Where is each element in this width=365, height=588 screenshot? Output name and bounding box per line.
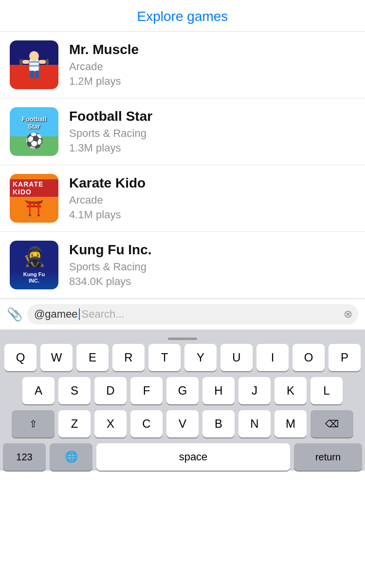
key-i[interactable]: I: [256, 344, 289, 371]
key-w[interactable]: W: [40, 344, 73, 371]
key-l[interactable]: L: [310, 377, 343, 404]
svg-rect-9: [30, 71, 34, 78]
key-g[interactable]: G: [166, 377, 199, 404]
key-123[interactable]: 123: [3, 443, 46, 471]
key-return[interactable]: return: [294, 443, 362, 471]
key-s[interactable]: S: [58, 377, 91, 404]
game-item-kung-fu-inc[interactable]: 🥷 Kung FuINC. Kung Fu Inc. Sports & Raci…: [0, 232, 365, 299]
game-item-football-star[interactable]: FootballStar ⚽ Football Star Sports & Ra…: [0, 98, 365, 165]
key-y[interactable]: Y: [184, 344, 217, 371]
game-plays-mr-muscle: 1.2M plays: [69, 75, 355, 88]
key-j[interactable]: J: [238, 377, 271, 404]
keyboard-handle: [0, 335, 365, 344]
svg-rect-8: [46, 59, 49, 65]
svg-rect-3: [29, 61, 39, 63]
clear-icon[interactable]: ⊗: [344, 308, 352, 321]
game-info-karate-kido: Karate Kido Arcade 4.1M plays: [69, 175, 355, 221]
game-plays-football-star: 1.3M plays: [69, 142, 355, 154]
game-title-kung-fu-inc: Kung Fu Inc.: [69, 242, 355, 258]
key-n[interactable]: N: [238, 410, 271, 437]
text-cursor: [79, 308, 80, 320]
game-thumb-karate-kido: KARATE KIDO ⛩️: [10, 174, 58, 223]
key-q[interactable]: Q: [4, 344, 36, 371]
key-v[interactable]: V: [166, 410, 199, 437]
key-u[interactable]: U: [220, 344, 253, 371]
svg-rect-4: [29, 65, 39, 67]
key-b[interactable]: B: [202, 410, 235, 437]
key-r[interactable]: R: [112, 344, 145, 371]
football-star-art: FootballStar ⚽: [10, 107, 58, 156]
key-shift[interactable]: ⇧: [12, 410, 55, 437]
keyboard-row-4: 123 🌐 space return: [0, 443, 365, 471]
svg-point-2: [29, 51, 39, 61]
key-x[interactable]: X: [94, 410, 127, 437]
key-z[interactable]: Z: [58, 410, 91, 437]
key-backspace[interactable]: ⌫: [310, 410, 353, 437]
key-m[interactable]: M: [274, 410, 307, 437]
game-item-karate-kido[interactable]: KARATE KIDO ⛩️ Karate Kido Arcade 4.1M p…: [0, 165, 365, 232]
key-o[interactable]: O: [292, 344, 325, 371]
game-thumb-mr-muscle: [10, 40, 58, 89]
game-item-mr-muscle[interactable]: Mr. Muscle Arcade 1.2M plays: [0, 32, 365, 98]
kung-fu-inc-art: 🥷 Kung FuINC.: [10, 241, 58, 289]
svg-rect-10: [35, 71, 39, 78]
karate-kido-art: KARATE KIDO ⛩️: [10, 174, 58, 223]
input-bar: 📎 @gamee Search... ⊗: [0, 299, 365, 330]
svg-rect-6: [39, 60, 46, 64]
attach-icon[interactable]: 📎: [7, 307, 22, 322]
svg-rect-7: [19, 59, 22, 65]
key-h[interactable]: H: [202, 377, 235, 404]
key-e[interactable]: E: [76, 344, 109, 371]
game-thumb-kung-fu-inc: 🥷 Kung FuINC.: [10, 241, 58, 289]
key-d[interactable]: D: [94, 377, 127, 404]
key-globe[interactable]: 🌐: [50, 443, 92, 471]
mr-muscle-art: [10, 40, 58, 89]
explore-title: Explore games: [137, 9, 228, 24]
keyboard-row-3: ⇧ Z X C V B N M ⌫: [0, 410, 365, 437]
svg-rect-5: [22, 60, 29, 64]
game-info-football-star: Football Star Sports & Racing 1.3M plays: [69, 109, 355, 154]
game-plays-karate-kido: 4.1M plays: [69, 209, 355, 221]
game-category-mr-muscle: Arcade: [69, 60, 355, 73]
key-space[interactable]: space: [96, 443, 290, 471]
game-category-football-star: Sports & Racing: [69, 127, 355, 140]
gamee-prefix: @gamee: [34, 308, 78, 321]
game-category-kung-fu-inc: Sports & Racing: [69, 261, 355, 273]
game-plays-kung-fu-inc: 834.0K plays: [69, 275, 355, 288]
key-f[interactable]: F: [130, 377, 163, 404]
keyboard-row-1: Q W E R T Y U I O P: [0, 344, 365, 371]
game-info-kung-fu-inc: Kung Fu Inc. Sports & Racing 834.0K play…: [69, 242, 355, 288]
game-thumb-football-star: FootballStar ⚽: [10, 107, 58, 156]
game-title-football-star: Football Star: [69, 109, 355, 124]
key-t[interactable]: T: [148, 344, 181, 371]
game-list: Mr. Muscle Arcade 1.2M plays FootballSta…: [0, 32, 365, 299]
keyboard: Q W E R T Y U I O P A S D F G H J K L ⇧ …: [0, 330, 365, 471]
game-info-mr-muscle: Mr. Muscle Arcade 1.2M plays: [69, 42, 355, 88]
game-title-karate-kido: Karate Kido: [69, 175, 355, 191]
explore-header: Explore games: [0, 0, 365, 32]
search-placeholder: Search...: [82, 308, 125, 321]
keyboard-row-2: A S D F G H J K L: [0, 377, 365, 404]
key-a[interactable]: A: [22, 377, 55, 404]
game-category-karate-kido: Arcade: [69, 194, 355, 207]
key-c[interactable]: C: [130, 410, 163, 437]
game-title-mr-muscle: Mr. Muscle: [69, 42, 355, 57]
key-p[interactable]: P: [328, 344, 361, 371]
key-k[interactable]: K: [274, 377, 307, 404]
keyboard-handle-bar: [168, 338, 197, 340]
search-field[interactable]: @gamee Search... ⊗: [27, 304, 358, 324]
